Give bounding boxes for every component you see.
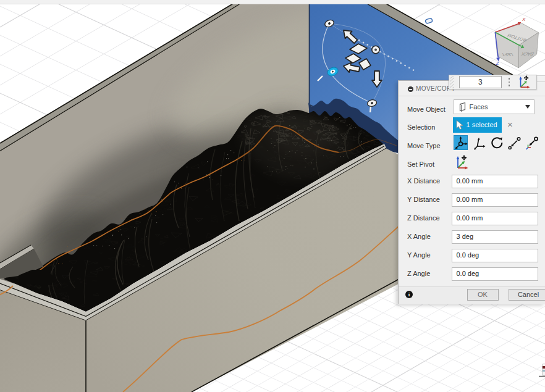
svg-text:X: X [522, 17, 526, 22]
